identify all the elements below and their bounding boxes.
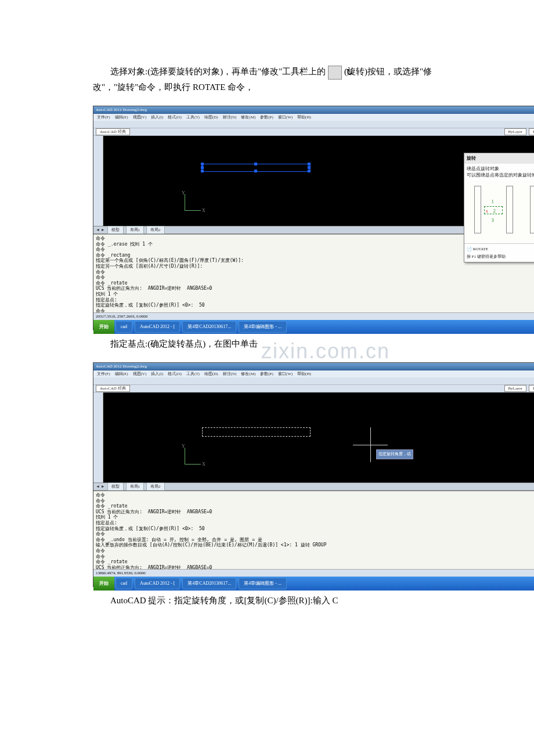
menu-file[interactable]: 文件(F) (97, 370, 110, 378)
start-button[interactable]: 开始 (93, 320, 114, 334)
bylayer-combo[interactable]: ByLayer (529, 385, 534, 392)
axis-x-label: X (202, 460, 205, 469)
menu-dim[interactable]: 标注(N) (223, 114, 237, 121)
title-bar: AutoCAD 2012 Drawing2.dwg (93, 363, 534, 370)
tooltip-help: 按 F1 键获得更多帮助 (467, 253, 534, 261)
tab-layout1[interactable]: 布局1 (126, 226, 145, 235)
tooltip-cmd: ROTATE (473, 247, 488, 251)
paragraph-2: 指定基点:(确定旋转基点)，在图中单击 (110, 339, 258, 348)
status-bar: 20317.3510, 2507.2603, 0.0000 (93, 312, 534, 320)
menu-modify[interactable]: 修改(M) (241, 114, 255, 121)
bylayer-combo-2[interactable]: ByLayer (529, 128, 534, 135)
tab-layout2[interactable]: 布局2 (146, 483, 165, 491)
tooltip-title: 旋转 (464, 153, 534, 164)
taskbar-item[interactable]: cad (116, 321, 132, 333)
command-window[interactable]: 命令 命令 命令 _rotate UCS 当前的正角方向: ANGDIR=逆时针… (93, 490, 534, 569)
dynamic-input-tooltip[interactable]: 指定旋转角度，或 (376, 449, 413, 459)
taskbar-item[interactable]: cad (116, 578, 132, 589)
menu-view[interactable]: 视图(V) (133, 370, 147, 378)
screenshot-1: AutoCAD 2012 Drawing2.dwg 文件(F) 编辑(E) 视图… (93, 106, 534, 330)
grip-icon[interactable] (254, 170, 257, 172)
workspace-combo[interactable]: AutoCAD 经典 (96, 128, 130, 135)
grip-icon[interactable] (254, 163, 257, 165)
menu-tools[interactable]: 工具(T) (186, 370, 200, 378)
windows-taskbar: 开始 cad AutoCAD 2012 - [ 第4章CAD20130617..… (93, 577, 534, 591)
menu-file[interactable]: 文件(F) (97, 114, 110, 121)
draw-toolbar (93, 136, 103, 226)
tooltip-diagram: 1 2 x 3 (464, 181, 534, 243)
grip-icon[interactable] (308, 163, 311, 165)
tab-layout1[interactable]: 布局1 (126, 483, 145, 491)
app-title: AutoCAD 2012 Drawing2.dwg (96, 363, 147, 370)
workspace-combo[interactable]: AutoCAD 经典 (96, 385, 130, 392)
menu-help[interactable]: 帮助(H) (297, 114, 311, 121)
menu-dim[interactable]: 标注(N) (223, 370, 237, 378)
taskbar-item[interactable]: 第4章CAD20130617... (182, 321, 236, 333)
taskbar-item[interactable]: AutoCAD 2012 - [ (135, 578, 180, 589)
menu-window[interactable]: 窗口(W) (278, 370, 293, 378)
title-bar: AutoCAD 2012 Drawing2.dwg (93, 106, 534, 114)
app-title: AutoCAD 2012 Drawing2.dwg (96, 106, 147, 114)
menu-draw[interactable]: 绘图(D) (204, 370, 218, 378)
menu-format[interactable]: 格式(O) (168, 370, 182, 378)
navigation-widget[interactable] (531, 395, 534, 457)
drawing-canvas[interactable]: 指定旋转角度，或 Y X (93, 393, 534, 483)
menu-window[interactable]: 窗口(W) (278, 114, 293, 121)
taskbar-item[interactable]: AutoCAD 2012 - [ (135, 321, 180, 333)
screenshot-2: AutoCAD 2012 Drawing2.dwg 文件(F) 编辑(E) 视图… (93, 362, 534, 587)
coords-readout: 13860.4974, 991.9530, 0.0000 (96, 570, 146, 577)
menu-insert[interactable]: 插入(I) (151, 370, 163, 378)
menu-param[interactable]: 参数(P) (260, 114, 273, 121)
menu-view[interactable]: 视图(V) (133, 114, 147, 121)
menu-draw[interactable]: 绘图(D) (204, 114, 218, 121)
tooltip-subtitle: 绕基点旋转对象 (467, 166, 534, 172)
grip-icon[interactable] (308, 170, 311, 172)
menu-param[interactable]: 参数(P) (260, 370, 273, 378)
menu-edit[interactable]: 编辑(E) (115, 114, 128, 121)
layer-toolbar: AutoCAD 经典 ByLayer ByLayer ByLayer (93, 128, 534, 136)
rotate-tooltip: 旋转 绕基点旋转对象 可以围绕基点将选定的对象旋转到一个绝对的角度。 1 2 x… (464, 153, 534, 262)
tab-model[interactable]: 模型 (107, 226, 124, 235)
grip-icon[interactable] (201, 163, 204, 165)
axis-y-label: Y (182, 442, 185, 451)
tooltip-desc: 可以围绕基点将选定的对象旋转到一个绝对的角度。 (467, 172, 534, 178)
menu-help[interactable]: 帮助(H) (297, 370, 311, 378)
taskbar-item[interactable]: 第4章编辑图形 - ... (239, 578, 287, 589)
menu-bar: 文件(F) 编辑(E) 视图(V) 插入(I) 格式(O) 工具(T) 绘图(D… (93, 114, 534, 121)
taskbar-item[interactable]: 第4章CAD20130617... (182, 578, 236, 589)
menu-edit[interactable]: 编辑(E) (115, 370, 128, 378)
windows-taskbar: 开始 cad AutoCAD 2012 - [ 第4章CAD20130617..… (93, 320, 534, 334)
taskbar-item[interactable]: 第4章编辑图形 - ... (239, 321, 287, 333)
menu-modify[interactable]: 修改(M) (241, 370, 255, 378)
selected-rectangle-dashed (202, 427, 311, 437)
rotate-icon: ↻ (328, 66, 342, 80)
axis-y-label: Y (182, 189, 185, 197)
axis-x-label: X (202, 207, 205, 215)
grip-icon[interactable] (201, 170, 204, 172)
coords-readout: 20317.3510, 2507.2603, 0.0000 (96, 313, 147, 321)
start-button[interactable]: 开始 (93, 577, 114, 591)
layout-tabs: ◄ ► 模型 布局1 布局2 (93, 483, 534, 490)
paragraph-3: AutoCAD 提示：指定旋转角度，或[复制(C)/参照(R)]:输入 C (93, 593, 441, 609)
menu-insert[interactable]: 插入(I) (151, 114, 163, 121)
status-bar: 13860.4974, 991.9530, 0.0000 (93, 569, 534, 577)
para1-text-a: 选择对象:(选择要旋转的对象)，再单击"修改"工具栏上的 (110, 67, 326, 76)
tab-model[interactable]: 模型 (107, 483, 124, 491)
tab-layout2[interactable]: 布局2 (146, 226, 165, 235)
bylayer-combo[interactable]: ByLayer (504, 385, 527, 392)
menu-tools[interactable]: 工具(T) (186, 114, 200, 121)
standard-toolbar (93, 377, 534, 385)
bylayer-combo-1[interactable]: ByLayer (504, 128, 527, 135)
menu-bar: 文件(F) 编辑(E) 视图(V) 插入(I) 格式(O) 工具(T) 绘图(D… (93, 370, 534, 377)
menu-format[interactable]: 格式(O) (168, 114, 182, 121)
layer-toolbar: AutoCAD 经典 ByLayer ByLayer ByLayer (93, 385, 534, 393)
grip-icon[interactable] (308, 166, 311, 169)
standard-toolbar (93, 121, 534, 128)
grip-icon[interactable] (201, 166, 204, 169)
draw-toolbar (93, 393, 103, 483)
paragraph-1: 选择对象:(选择要旋转的对象)，再单击"修改"工具栏上的 ↻ (旋转)按钮，或选… (93, 64, 441, 95)
